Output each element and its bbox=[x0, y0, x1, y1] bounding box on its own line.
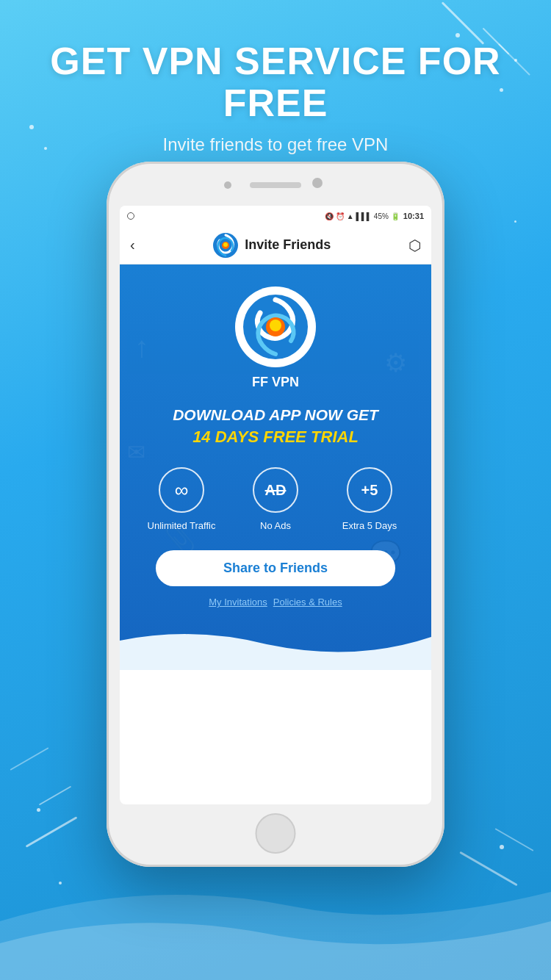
alarm-icon: ⏰ bbox=[336, 212, 345, 220]
status-right: 🔇 ⏰ ▲ ▌▌▌ 45% 🔋 10:31 bbox=[325, 212, 424, 220]
phone-outer: 🔇 ⏰ ▲ ▌▌▌ 45% 🔋 10:31 ‹ bbox=[107, 162, 444, 867]
app-name: FF VPN bbox=[252, 375, 299, 390]
unlimited-icon: ∞ bbox=[175, 479, 189, 502]
feature-no-ads: AD No Ads bbox=[228, 467, 323, 533]
phone-screen: 🔇 ⏰ ▲ ▌▌▌ 45% 🔋 10:31 ‹ bbox=[120, 206, 431, 804]
no-ads-icon-circle: AD bbox=[253, 467, 298, 513]
mute-icon: 🔇 bbox=[325, 212, 334, 220]
features-row: ∞ Unlimited Traffic AD No Ads bbox=[134, 467, 417, 533]
status-time: 10:31 bbox=[403, 212, 424, 220]
phone-camera bbox=[312, 178, 323, 188]
app-bar-title-container: Invite Friends bbox=[212, 232, 331, 259]
share-to-friends-button[interactable]: Share to Friends bbox=[156, 550, 395, 586]
hero-section: GET VPN SERVICE FOR FREE Invite friends … bbox=[0, 40, 551, 155]
share-button[interactable]: ⬡ bbox=[408, 237, 421, 254]
extra-days-icon: +5 bbox=[361, 482, 378, 499]
status-bar: 🔇 ⏰ ▲ ▌▌▌ 45% 🔋 10:31 bbox=[120, 206, 431, 226]
my-invitations-link[interactable]: My Invitations bbox=[209, 597, 267, 608]
phone-mockup: 🔇 ⏰ ▲ ▌▌▌ 45% 🔋 10:31 ‹ bbox=[107, 162, 444, 867]
back-button[interactable]: ‹ bbox=[130, 237, 135, 253]
ff-vpn-logo-small bbox=[212, 232, 239, 259]
phone-home-button[interactable] bbox=[256, 813, 296, 854]
promo-inner: FF VPN DOWNLOAD APP NOW GET 14 DAYS FREE… bbox=[120, 264, 431, 626]
hero-title: GET VPN SERVICE FOR FREE bbox=[0, 40, 551, 124]
unlimited-traffic-icon-circle: ∞ bbox=[159, 467, 204, 513]
promo-content: ↑ ⚙ ✉ 👤 📎 💬 bbox=[120, 264, 431, 670]
phone-mic bbox=[224, 181, 231, 189]
svg-point-11 bbox=[270, 320, 281, 331]
wifi-icon: ▲ bbox=[347, 212, 354, 220]
promo-headline: DOWNLOAD APP NOW GET bbox=[173, 405, 378, 425]
app-bar: ‹ Invite Friends ⬡ bbox=[120, 226, 431, 264]
feature-unlimited-traffic: ∞ Unlimited Traffic bbox=[134, 467, 228, 533]
svg-point-2 bbox=[223, 242, 228, 247]
promo-subheadline: 14 DAYS FREE TRIAL bbox=[192, 428, 359, 447]
extra-days-label: Extra 5 Days bbox=[342, 520, 397, 533]
policies-rules-link[interactable]: Policies & Rules bbox=[273, 597, 342, 608]
phone-speaker bbox=[250, 182, 301, 188]
no-ads-label: No Ads bbox=[260, 520, 291, 533]
battery-icon: 🔋 bbox=[391, 212, 400, 220]
links-row: My Invitations Policies & Rules bbox=[209, 597, 342, 608]
extra-days-icon-circle: +5 bbox=[347, 467, 392, 513]
status-indicator bbox=[127, 212, 134, 220]
unlimited-traffic-label: Unlimited Traffic bbox=[148, 520, 216, 533]
hero-subtitle: Invite friends to get free VPN bbox=[0, 134, 551, 155]
status-left bbox=[127, 212, 134, 220]
app-bar-title: Invite Friends bbox=[245, 237, 331, 253]
signal-icon: ▌▌▌ bbox=[356, 212, 372, 220]
battery-label: 45% bbox=[374, 212, 389, 220]
ff-vpn-logo-large bbox=[242, 294, 309, 360]
main-logo-container bbox=[235, 287, 316, 367]
no-ads-icon: AD bbox=[265, 482, 287, 499]
feature-extra-days: +5 Extra 5 Days bbox=[323, 467, 417, 533]
